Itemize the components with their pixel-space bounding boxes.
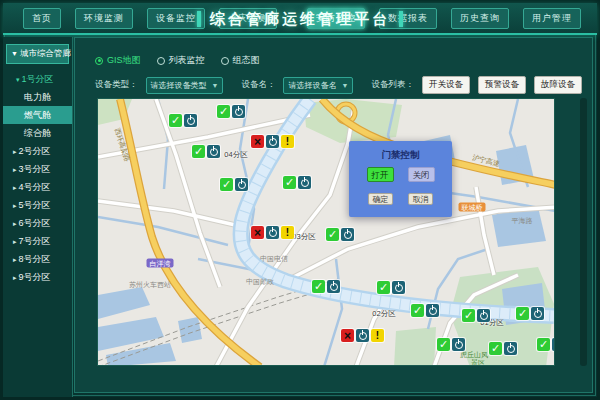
check-icon: ✓ xyxy=(283,176,296,189)
check-icon: ✓ xyxy=(312,280,325,293)
device-marker-ok[interactable]: ✓ xyxy=(516,307,544,320)
caret-right-icon: ▸ xyxy=(13,256,17,263)
map-scrollbar[interactable] xyxy=(580,98,587,366)
power-icon xyxy=(184,114,197,127)
device-list-label: 设备列表： xyxy=(371,79,414,91)
power-icon xyxy=(266,135,279,148)
caret-right-icon: ▸ xyxy=(13,274,17,281)
cancel-button[interactable]: 取消 xyxy=(408,193,433,205)
device-marker-ok[interactable]: ✓ xyxy=(220,178,248,191)
nav-history-query[interactable]: 历史查询 xyxy=(451,8,509,29)
zone-label: 04分区 xyxy=(224,150,247,160)
device-marker-ok[interactable]: ✓ xyxy=(462,309,490,322)
door-close-button[interactable]: 关闭 xyxy=(408,167,435,182)
device-marker-alarm[interactable]: ×! xyxy=(251,135,294,148)
radio-icon xyxy=(221,57,229,65)
dialog-title: 门禁控制 xyxy=(349,149,452,162)
check-icon: ✓ xyxy=(217,105,230,118)
tree-zone-8[interactable]: ▸8号分区 xyxy=(3,250,72,268)
map-street-label: 白洋湾 xyxy=(147,259,174,268)
tree-zone-4[interactable]: ▸4号分区 xyxy=(3,178,72,196)
device-marker-ok[interactable]: ✓ xyxy=(192,145,220,158)
power-icon xyxy=(392,281,405,294)
check-icon: ✓ xyxy=(377,281,390,294)
zone-label: 02分区 xyxy=(372,309,395,319)
map-street-label: 中国邮政 xyxy=(246,277,274,287)
door-open-button[interactable]: 打开 xyxy=(367,167,394,182)
device-marker-ok[interactable]: ✓ xyxy=(411,304,439,317)
access-control-dialog: 门禁控制 打开 关闭 确定 取消 xyxy=(349,141,452,217)
device-name-label: 设备名： xyxy=(241,79,275,91)
power-icon xyxy=(341,228,354,241)
main-panel: GIS地图 列表监控 组态图 设备类型： 请选择设备类型▼ 设备名： 请选择设备… xyxy=(74,37,593,393)
sidebar-tree: ▼城市综合管廊 ▾1号分区 电力舱 燃气舱 综合舱 ▸2号分区 ▸3号分区 ▸4… xyxy=(3,37,73,397)
page-title: 综合管廊运维管理平台 xyxy=(210,10,390,29)
title-bar-right xyxy=(399,11,403,27)
tree-zone-3[interactable]: ▸3号分区 xyxy=(3,160,72,178)
fault-x-icon: × xyxy=(341,329,354,342)
map-street-label: 联城桥 xyxy=(459,203,486,212)
fault-x-icon: × xyxy=(251,226,264,239)
device-marker-ok[interactable]: ✓ xyxy=(283,176,311,189)
check-icon: ✓ xyxy=(462,309,475,322)
device-marker-ok[interactable]: ✓ xyxy=(489,342,517,355)
confirm-button[interactable]: 确定 xyxy=(368,193,393,205)
fault-devices-button[interactable]: 故障设备 xyxy=(534,76,582,94)
device-marker-ok[interactable]: ✓ xyxy=(169,114,197,127)
chevron-down-icon: ▼ xyxy=(341,82,348,89)
tree-zone-5[interactable]: ▸5号分区 xyxy=(3,196,72,214)
radio-selected-icon xyxy=(95,57,103,65)
warning-devices-button[interactable]: 预警设备 xyxy=(478,76,526,94)
header: 首页 环境监测 设备监控 火灾监测 综合管廊运维管理平台 安防监控 数据报表 历… xyxy=(3,3,597,35)
switch-devices-button[interactable]: 开关设备 xyxy=(422,76,470,94)
warning-icon: ! xyxy=(371,329,384,342)
power-icon xyxy=(477,309,490,322)
tree-cabin-power[interactable]: 电力舱 xyxy=(3,88,72,106)
caret-down-icon: ▼ xyxy=(11,50,18,57)
tree-zone-2[interactable]: ▸2号分区 xyxy=(3,142,72,160)
check-icon: ✓ xyxy=(326,228,339,241)
tree-zone-9[interactable]: ▸9号分区 xyxy=(3,268,72,286)
check-icon: ✓ xyxy=(537,338,550,351)
tree-zone-7[interactable]: ▸7号分区 xyxy=(3,232,72,250)
nav-environment-monitor[interactable]: 环境监测 xyxy=(75,8,133,29)
caret-right-icon: ▸ xyxy=(13,202,17,209)
device-marker-ok[interactable]: ✓ xyxy=(217,105,245,118)
power-icon xyxy=(232,105,245,118)
device-marker-alarm[interactable]: ×! xyxy=(341,329,384,342)
app-frame: 首页 环境监测 设备监控 火灾监测 综合管廊运维管理平台 安防监控 数据报表 历… xyxy=(0,0,600,400)
device-marker-alarm[interactable]: ×! xyxy=(251,226,294,239)
check-icon: ✓ xyxy=(437,338,450,351)
power-icon xyxy=(327,280,340,293)
device-marker-ok[interactable]: ✓ xyxy=(377,281,405,294)
tree-cabin-comprehensive[interactable]: 综合舱 xyxy=(3,124,72,142)
device-type-label: 设备类型： xyxy=(95,79,138,91)
tree-root-city-gallery[interactable]: ▼城市综合管廊 xyxy=(6,44,69,64)
power-icon xyxy=(426,304,439,317)
power-icon xyxy=(356,329,369,342)
device-marker-ok[interactable]: ✓ xyxy=(312,280,340,293)
device-marker-ok[interactable]: ✓ xyxy=(537,338,555,351)
chevron-down-icon: ▼ xyxy=(212,82,219,89)
tree-zone-6[interactable]: ▸6号分区 xyxy=(3,214,72,232)
nav-user-management[interactable]: 用户管理 xyxy=(523,8,581,29)
map-canvas[interactable]: 04分区03分区02分区01分区苏州火车西站中国邮政中国电信白洋湾联城桥平海路虎… xyxy=(97,98,555,366)
check-icon: ✓ xyxy=(169,114,182,127)
map-street-label: 苏州火车西站 xyxy=(129,280,171,290)
radio-scada-view[interactable]: 组态图 xyxy=(221,54,260,67)
tree-cabin-gas-selected[interactable]: 燃气舱 xyxy=(3,106,72,124)
zone-label: 03分区 xyxy=(292,232,315,242)
check-icon: ✓ xyxy=(192,145,205,158)
device-name-select[interactable]: 请选择设备名▼ xyxy=(283,77,353,94)
device-marker-ok[interactable]: ✓ xyxy=(437,338,465,351)
device-type-select[interactable]: 请选择设备类型▼ xyxy=(146,77,224,94)
map-street-label: 平海路 xyxy=(512,216,533,226)
view-mode-group: GIS地图 列表监控 组态图 xyxy=(95,54,260,67)
device-marker-ok[interactable]: ✓ xyxy=(326,228,354,241)
nav-home[interactable]: 首页 xyxy=(23,8,61,29)
radio-list-monitor[interactable]: 列表监控 xyxy=(157,54,205,67)
radio-gis-map[interactable]: GIS地图 xyxy=(95,54,141,67)
caret-right-icon: ▸ xyxy=(13,148,17,155)
tree-zone-1[interactable]: ▾1号分区 xyxy=(3,70,72,88)
warning-icon: ! xyxy=(281,135,294,148)
